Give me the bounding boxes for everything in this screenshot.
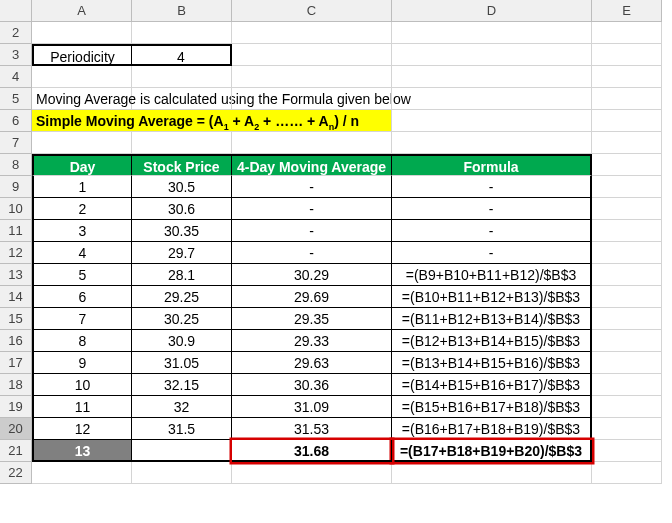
cell[interactable] — [592, 66, 662, 88]
cell[interactable] — [132, 132, 232, 154]
table-header-ma[interactable]: 4-Day Moving Average — [232, 154, 392, 176]
cell[interactable] — [232, 44, 392, 66]
cell-day[interactable]: 10 — [32, 374, 132, 396]
intro-text-cell[interactable]: Moving Average is calculated using the F… — [32, 88, 132, 110]
cell-price[interactable]: 30.5 — [132, 176, 232, 198]
row-header[interactable]: 20 — [0, 418, 32, 440]
row-header[interactable]: 4 — [0, 66, 32, 88]
row-header[interactable]: 7 — [0, 132, 32, 154]
cell[interactable] — [392, 22, 592, 44]
cell[interactable] — [132, 88, 232, 110]
cell[interactable] — [232, 66, 392, 88]
cell[interactable] — [592, 242, 662, 264]
cell-formula[interactable]: - — [392, 220, 592, 242]
cell-ma[interactable]: - — [232, 242, 392, 264]
cell[interactable] — [592, 286, 662, 308]
cell[interactable] — [592, 308, 662, 330]
cell-price[interactable]: 29.25 — [132, 286, 232, 308]
cell[interactable] — [392, 110, 592, 132]
cell-price[interactable]: 31.5 — [132, 418, 232, 440]
spreadsheet-grid[interactable]: A B C D E 2 3 Periodicity 4 4 5 Moving A… — [0, 0, 672, 484]
row-header[interactable]: 10 — [0, 198, 32, 220]
cell-price[interactable]: 29.7 — [132, 242, 232, 264]
cell[interactable] — [592, 396, 662, 418]
cell[interactable] — [592, 88, 662, 110]
col-header-c[interactable]: C — [232, 0, 392, 22]
cell[interactable] — [232, 132, 392, 154]
cell-formula[interactable]: - — [392, 176, 592, 198]
cell-ma[interactable]: 30.36 — [232, 374, 392, 396]
cell-ma[interactable]: 29.33 — [232, 330, 392, 352]
cell[interactable] — [592, 374, 662, 396]
row-header[interactable]: 8 — [0, 154, 32, 176]
cell-ma[interactable]: 29.69 — [232, 286, 392, 308]
row-header[interactable]: 9 — [0, 176, 32, 198]
cell[interactable] — [132, 462, 232, 484]
cell[interactable] — [232, 22, 392, 44]
cell-formula[interactable]: =(B13+B14+B15+B16)/$B$3 — [392, 352, 592, 374]
cell[interactable] — [592, 330, 662, 352]
cell-ma[interactable]: 29.63 — [232, 352, 392, 374]
cell[interactable] — [592, 440, 662, 462]
cell[interactable] — [32, 22, 132, 44]
cell-formula[interactable]: =(B16+B17+B18+B19)/$B$3 — [392, 418, 592, 440]
table-header-day[interactable]: Day — [32, 154, 132, 176]
cell[interactable] — [132, 66, 232, 88]
cell-day[interactable]: 9 — [32, 352, 132, 374]
col-header-d[interactable]: D — [392, 0, 592, 22]
row-header[interactable]: 16 — [0, 330, 32, 352]
cell-formula[interactable]: =(B11+B12+B13+B14)/$B$3 — [392, 308, 592, 330]
row-header[interactable]: 14 — [0, 286, 32, 308]
cell-price[interactable]: 30.35 — [132, 220, 232, 242]
cell[interactable] — [592, 462, 662, 484]
cell[interactable] — [592, 352, 662, 374]
row-header[interactable]: 3 — [0, 44, 32, 66]
cell-formula[interactable]: - — [392, 198, 592, 220]
row-header[interactable]: 19 — [0, 396, 32, 418]
cell-ma[interactable]: - — [232, 220, 392, 242]
cell-price[interactable]: 32.15 — [132, 374, 232, 396]
cell-formula[interactable]: =(B9+B10+B11+B12)/$B$3 — [392, 264, 592, 286]
cell-price[interactable]: 30.9 — [132, 330, 232, 352]
cell[interactable] — [592, 198, 662, 220]
cell-price[interactable]: 30.6 — [132, 198, 232, 220]
row-header[interactable]: 13 — [0, 264, 32, 286]
cell-day[interactable]: 4 — [32, 242, 132, 264]
sma-formula-cell[interactable]: Simple Moving Average = (A1 + A2 + …… + … — [32, 110, 392, 132]
cell-ma[interactable]: 30.29 — [232, 264, 392, 286]
cell[interactable] — [592, 22, 662, 44]
cell[interactable] — [132, 22, 232, 44]
cell[interactable] — [592, 110, 662, 132]
cell[interactable] — [392, 88, 592, 110]
cell[interactable] — [232, 88, 392, 110]
cell[interactable] — [592, 44, 662, 66]
cell[interactable] — [592, 264, 662, 286]
cell-day[interactable]: 11 — [32, 396, 132, 418]
row-header[interactable]: 12 — [0, 242, 32, 264]
cell-ma[interactable]: - — [232, 198, 392, 220]
row-header[interactable]: 15 — [0, 308, 32, 330]
cell-day[interactable]: 2 — [32, 198, 132, 220]
cell-ma[interactable]: 31.09 — [232, 396, 392, 418]
cell[interactable] — [392, 44, 592, 66]
cell-price[interactable]: 28.1 — [132, 264, 232, 286]
cell-formula[interactable]: - — [392, 242, 592, 264]
cell-day[interactable]: 5 — [32, 264, 132, 286]
select-all-corner[interactable] — [0, 0, 32, 22]
row-header[interactable]: 2 — [0, 22, 32, 44]
periodicity-value-cell[interactable]: 4 — [132, 44, 232, 66]
cell-formula-highlight[interactable]: =(B17+B18+B19+B20)/$B$3 — [392, 440, 592, 462]
cell-ma[interactable]: - — [232, 176, 392, 198]
col-header-b[interactable]: B — [132, 0, 232, 22]
cell-formula[interactable]: =(B10+B11+B12+B13)/$B$3 — [392, 286, 592, 308]
col-header-e[interactable]: E — [592, 0, 662, 22]
row-header[interactable]: 18 — [0, 374, 32, 396]
cell[interactable] — [32, 132, 132, 154]
table-header-price[interactable]: Stock Price — [132, 154, 232, 176]
table-header-formula[interactable]: Formula — [392, 154, 592, 176]
cell[interactable] — [392, 66, 592, 88]
cell[interactable] — [592, 176, 662, 198]
cell-day[interactable]: 12 — [32, 418, 132, 440]
cell-day[interactable]: 7 — [32, 308, 132, 330]
cell[interactable] — [392, 132, 592, 154]
